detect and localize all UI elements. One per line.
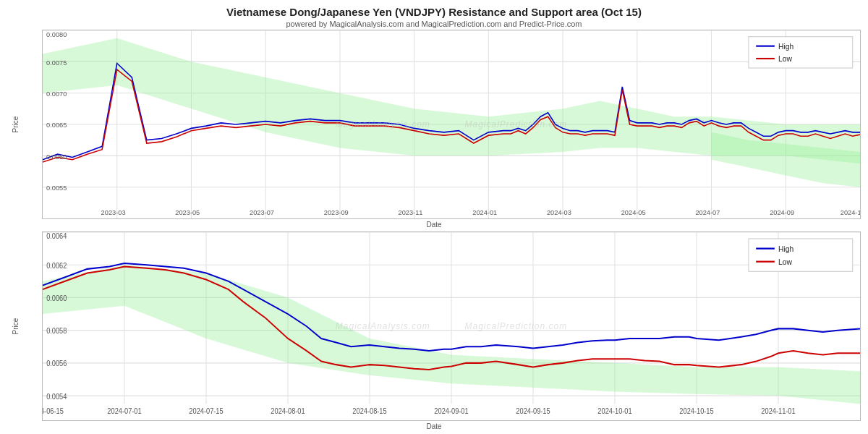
svg-text:2024-10-15: 2024-10-15 — [679, 407, 713, 416]
chart1-svg: 0.0055 0.0060 0.0065 0.0070 0.0075 0.008… — [43, 30, 860, 218]
svg-text:0.0060: 0.0060 — [46, 294, 67, 303]
chart2-wrapper: Price — [7, 231, 861, 430]
svg-text:2024-07-15: 2024-07-15 — [189, 407, 223, 416]
subtitle: powered by MagicalAnalysis.com and Magic… — [0, 20, 868, 28]
svg-text:0.0075: 0.0075 — [46, 58, 67, 66]
svg-text:2024-05: 2024-05 — [621, 208, 646, 216]
svg-text:2024-08-01: 2024-08-01 — [271, 407, 305, 416]
svg-text:2024-03: 2024-03 — [547, 208, 571, 216]
charts-container: Price — [0, 30, 868, 434]
svg-text:2024-01: 2024-01 — [472, 208, 497, 216]
chart1-y-label: Price — [12, 116, 20, 133]
chart1-wrapper: Price — [7, 30, 861, 229]
svg-text:0.0070: 0.0070 — [46, 90, 67, 98]
svg-text:2023-11: 2023-11 — [399, 208, 423, 216]
svg-text:2024-06-15: 2024-06-15 — [43, 407, 64, 416]
svg-text:2024-10-01: 2024-10-01 — [597, 407, 631, 416]
chart1-x-label: Date — [7, 221, 861, 229]
svg-text:0.0058: 0.0058 — [46, 327, 67, 336]
svg-text:0.0056: 0.0056 — [46, 359, 67, 368]
chart2-area: 0.0054 0.0056 0.0058 0.0060 0.0062 0.006… — [42, 231, 861, 421]
svg-text:2023-07: 2023-07 — [250, 208, 274, 216]
svg-text:Low: Low — [778, 54, 792, 63]
svg-text:2023-03: 2023-03 — [101, 208, 126, 216]
svg-text:2024-08-15: 2024-08-15 — [352, 407, 386, 416]
chart2-y-label: Price — [12, 318, 20, 335]
svg-text:High: High — [778, 244, 793, 254]
chart1-area: 0.0055 0.0060 0.0065 0.0070 0.0075 0.008… — [42, 30, 861, 219]
svg-text:0.0064: 0.0064 — [46, 232, 67, 240]
svg-text:0.0080: 0.0080 — [46, 30, 67, 38]
chart2-svg: 0.0054 0.0056 0.0058 0.0060 0.0062 0.006… — [43, 232, 860, 420]
svg-text:2023-05: 2023-05 — [175, 208, 200, 216]
svg-text:0.0062: 0.0062 — [46, 261, 67, 270]
page-container: Vietnamese Dong/Japanese Yen (VNDJPY) Re… — [0, 0, 868, 434]
svg-text:2024-09: 2024-09 — [770, 208, 794, 216]
svg-text:2024-09-01: 2024-09-01 — [434, 407, 468, 416]
svg-text:0.0060: 0.0060 — [46, 152, 67, 160]
svg-text:2024-07-01: 2024-07-01 — [107, 407, 141, 416]
svg-rect-72 — [749, 239, 853, 271]
chart2-x-label: Date — [7, 422, 861, 430]
svg-text:High: High — [778, 42, 793, 51]
svg-text:2023-09: 2023-09 — [324, 208, 349, 216]
svg-text:2024-09-15: 2024-09-15 — [516, 407, 550, 416]
svg-text:0.0055: 0.0055 — [46, 184, 67, 192]
svg-text:2024-11-01: 2024-11-01 — [761, 407, 795, 416]
svg-text:0.0065: 0.0065 — [46, 121, 67, 129]
main-title: Vietnamese Dong/Japanese Yen (VNDJPY) Re… — [0, 6, 868, 18]
title-section: Vietnamese Dong/Japanese Yen (VNDJPY) Re… — [0, 0, 868, 30]
svg-text:2024-11: 2024-11 — [841, 208, 860, 216]
svg-text:0.0054: 0.0054 — [46, 392, 67, 401]
svg-text:2024-07: 2024-07 — [695, 208, 720, 216]
svg-rect-35 — [749, 37, 853, 68]
svg-text:Low: Low — [778, 258, 792, 267]
